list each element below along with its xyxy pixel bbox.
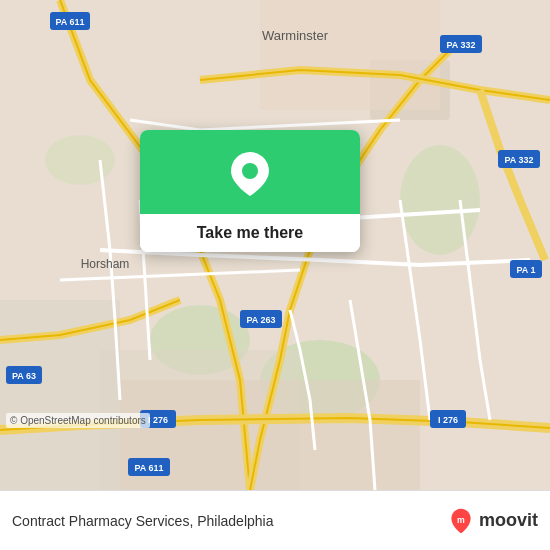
svg-point-5 xyxy=(45,135,115,185)
map-attribution: © OpenStreetMap contributors xyxy=(6,413,150,428)
action-card[interactable]: Take me there xyxy=(140,130,360,252)
svg-text:PA 611: PA 611 xyxy=(134,463,163,473)
svg-text:PA 1: PA 1 xyxy=(516,265,535,275)
svg-point-4 xyxy=(400,145,480,255)
svg-text:I 276: I 276 xyxy=(438,415,458,425)
svg-text:PA 332: PA 332 xyxy=(504,155,533,165)
card-green-section xyxy=(140,130,360,214)
svg-text:Horsham: Horsham xyxy=(81,257,130,271)
svg-text:PA 332: PA 332 xyxy=(446,40,475,50)
moovit-logo: m moovit xyxy=(447,507,538,535)
moovit-icon: m xyxy=(447,507,475,535)
svg-text:m: m xyxy=(457,514,465,524)
moovit-brand-text: moovit xyxy=(479,510,538,531)
location-pin-icon xyxy=(228,152,272,196)
bottom-bar: Contract Pharmacy Services, Philadelphia… xyxy=(0,490,550,550)
svg-text:PA 63: PA 63 xyxy=(12,371,36,381)
svg-text:PA 263: PA 263 xyxy=(246,315,275,325)
svg-text:Warminster: Warminster xyxy=(262,28,329,43)
svg-text:I 276: I 276 xyxy=(148,415,168,425)
place-name: Contract Pharmacy Services, Philadelphia xyxy=(12,513,273,529)
svg-text:PA 611: PA 611 xyxy=(55,17,84,27)
map-container: PA 611 PA 332 PA 332 PA 63 PA 611 PA 263… xyxy=(0,0,550,490)
svg-point-30 xyxy=(242,163,258,179)
take-me-there-button[interactable]: Take me there xyxy=(140,214,360,252)
